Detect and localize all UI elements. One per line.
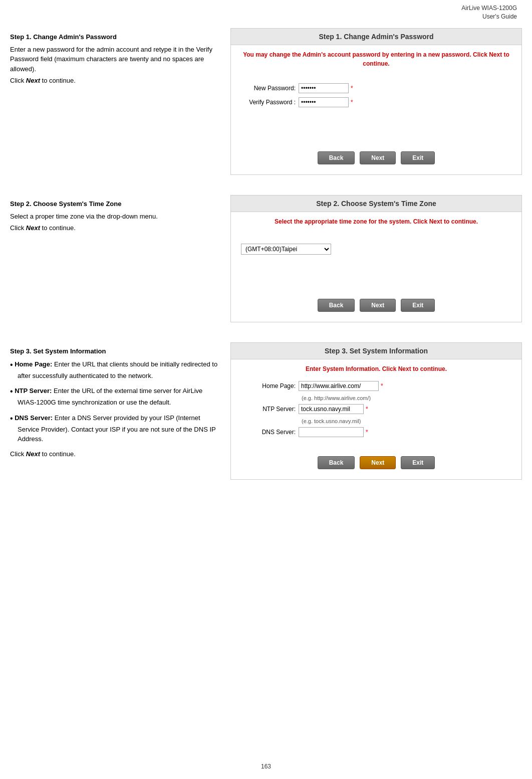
step2-para2: Click Next to continue.: [10, 223, 220, 233]
step3-right-panel: Step 3. Set System Information Enter Sys…: [230, 342, 522, 480]
step1-back-button[interactable]: Back: [318, 151, 355, 164]
step3-click-text: Click: [10, 450, 26, 458]
step1-title: Step 1. Change Admin's Password: [10, 33, 220, 41]
page-number: 163: [261, 763, 271, 770]
verify-password-input[interactable]: [299, 97, 349, 107]
step1-left: Step 1. Change Admin's Password Enter a …: [10, 28, 230, 175]
step3-exit-button[interactable]: Exit: [401, 456, 435, 469]
step2-panel-body: (GMT+08:00)Taipei (GMT+00:00)UTC (GMT-05…: [231, 231, 521, 317]
step3-next-button[interactable]: Next: [360, 456, 396, 469]
step3-section: Step 3. Set System Information • Home Pa…: [10, 342, 522, 480]
step2-title: Step 2. Choose System's Time Zone: [10, 200, 220, 208]
step3-para2-end: to continue.: [40, 450, 76, 458]
step3-dns-required: *: [366, 429, 368, 436]
step2-exit-button[interactable]: Exit: [401, 299, 435, 312]
dns-server-input[interactable]: [299, 427, 364, 437]
step1-next-text: Next: [26, 77, 40, 84]
step2-para2-end: to continue.: [40, 224, 76, 232]
main-content: Step 1. Change Admin's Password Enter a …: [0, 23, 532, 495]
step2-instruction: Select the appropriate time zone for the…: [231, 212, 521, 231]
step3-bullet1: • Home Page: Enter the URL that clients …: [10, 359, 220, 381]
step1-next-button[interactable]: Next: [360, 151, 396, 164]
page-footer: 163: [0, 763, 532, 770]
step1-panel-title: Step 1. Change Admin's Password: [231, 29, 521, 45]
step2-next-text: Next: [26, 224, 40, 232]
step2-buttons: Back Next Exit: [241, 299, 511, 312]
step3-left: Step 3. Set System Information • Home Pa…: [10, 342, 230, 480]
step1-section: Step 1. Change Admin's Password Enter a …: [10, 28, 522, 175]
step3-bullet3-bold: DNS Server:: [15, 414, 53, 422]
step3-bullet2-bold: NTP Server:: [15, 387, 52, 395]
step3-ntp-row: NTP Server: *: [241, 404, 511, 414]
step1-para2-end: to continue.: [40, 77, 76, 84]
step3-para2: Click Next to continue.: [10, 449, 220, 459]
step1-right-panel: Step 1. Change Admin's Password You may …: [230, 28, 522, 175]
step1-instruction: You may change the Admin's account passw…: [231, 45, 521, 73]
step3-bullet2: • NTP Server: Enter the URL of the exter…: [10, 385, 220, 408]
step2-left: Step 2. Choose System's Time Zone Select…: [10, 195, 230, 322]
step3-title: Step 3. Set System Information: [10, 347, 220, 355]
step3-next-text: Next: [26, 450, 40, 458]
step2-right-panel: Step 2. Choose System's Time Zone Select…: [230, 195, 522, 322]
step3-homepage-note: (e.g. http://www.airlive.com/): [302, 395, 511, 401]
step2-para1: Select a proper time zone via the drop-d…: [10, 212, 220, 222]
step3-dns-label: DNS Server:: [241, 429, 299, 436]
step1-para2: Click Next to continue.: [10, 76, 220, 86]
step1-new-password-row: New Password: *: [241, 83, 511, 93]
header-line1: AirLive WIAS-1200G: [461, 5, 517, 12]
step2-back-button[interactable]: Back: [318, 299, 355, 312]
step2-panel-title: Step 2. Choose System's Time Zone: [231, 196, 521, 212]
header-line2: User's Guide: [482, 13, 517, 20]
step3-panel-title: Step 3. Set System Information: [231, 343, 521, 359]
step3-panel-body: Home Page: * (e.g. http://www.airlive.co…: [231, 378, 521, 474]
step1-verify-password-row: Verify Password : *: [241, 97, 511, 107]
step1-verify-password-required: *: [351, 99, 353, 106]
step1-verify-password-label: Verify Password :: [241, 99, 299, 106]
step3-buttons: Back Next Exit: [241, 456, 511, 469]
step3-bullet1-bold: Home Page:: [15, 360, 52, 368]
step1-panel-body: New Password: * Verify Password : * Back…: [231, 73, 521, 169]
step3-dns-row: DNS Server: *: [241, 427, 511, 437]
step1-para1: Enter a new password for the admin accou…: [10, 45, 220, 74]
step3-instruction: Enter System Information. Click Next to …: [231, 359, 521, 378]
step3-homepage-required: *: [381, 382, 383, 390]
new-password-input[interactable]: [299, 83, 349, 93]
step2-click-text: Click: [10, 224, 26, 232]
step2-section: Step 2. Choose System's Time Zone Select…: [10, 195, 522, 322]
step3-back-button[interactable]: Back: [318, 456, 355, 469]
step1-click-text: Click: [10, 77, 26, 84]
step2-timezone-row: (GMT+08:00)Taipei (GMT+00:00)UTC (GMT-05…: [241, 244, 511, 255]
page-header: AirLive WIAS-1200G User's Guide: [0, 0, 532, 23]
step3-homepage-row: Home Page: *: [241, 381, 511, 391]
step3-ntp-label: NTP Server:: [241, 406, 299, 413]
step3-bullet3: • DNS Server: Enter a DNS Server provide…: [10, 413, 220, 444]
homepage-input[interactable]: [299, 381, 379, 391]
ntp-server-input[interactable]: [299, 404, 364, 414]
step1-new-password-label: New Password:: [241, 85, 299, 92]
step2-next-button[interactable]: Next: [360, 299, 396, 312]
step1-exit-button[interactable]: Exit: [401, 151, 435, 164]
timezone-dropdown[interactable]: (GMT+08:00)Taipei (GMT+00:00)UTC (GMT-05…: [241, 244, 331, 255]
step1-new-password-required: *: [351, 85, 353, 92]
step3-ntp-note: (e.g. tock.usno.navy.mil): [302, 418, 511, 424]
step3-homepage-label: Home Page:: [241, 382, 299, 390]
step3-ntp-required: *: [366, 406, 368, 413]
step1-buttons: Back Next Exit: [241, 151, 511, 164]
